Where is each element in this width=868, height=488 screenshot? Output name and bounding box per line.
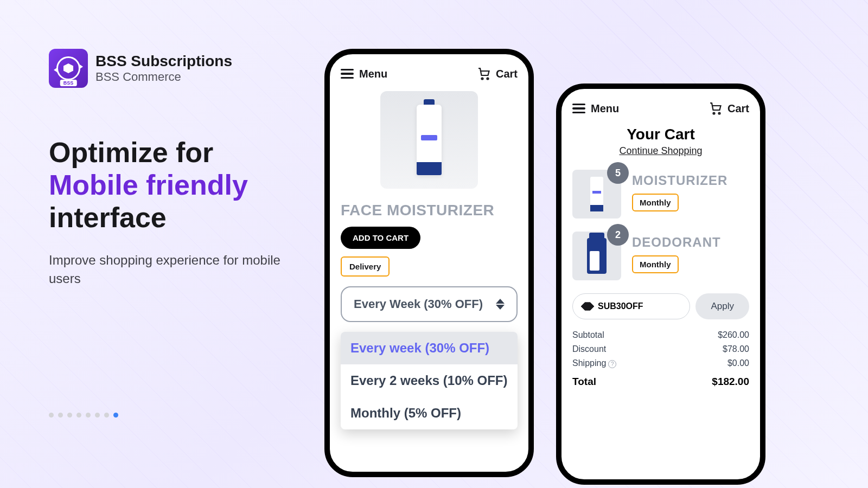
brand-subtitle: BSS Commerce — [95, 70, 232, 84]
carousel-dots[interactable] — [49, 413, 118, 418]
frequency-option[interactable]: Every 2 weeks (10% OFF) — [341, 364, 518, 397]
carousel-dot[interactable] — [49, 413, 54, 418]
cart-item-name: MOISTURIZER — [632, 173, 727, 188]
discount-value: $78.00 — [723, 344, 749, 354]
headline-line1: Optimize for — [49, 137, 213, 168]
product-title: FACE MOISTURIZER — [341, 202, 518, 219]
total-value: $182.00 — [712, 376, 749, 388]
menu-button[interactable]: Menu — [572, 102, 619, 115]
continue-shopping-link[interactable]: Continue Shopping — [572, 145, 749, 157]
total-label: Total — [572, 376, 596, 388]
carousel-dot[interactable] — [67, 413, 72, 418]
frequency-selected: Every Week (30% OFF) — [354, 297, 483, 311]
tag-icon — [580, 299, 594, 313]
stepper-arrows-icon — [496, 299, 505, 310]
subtotal-row: Subtotal $260.00 — [572, 330, 749, 340]
product-image — [380, 91, 478, 189]
subtotal-value: $260.00 — [718, 330, 749, 340]
cart-button[interactable]: Cart — [477, 67, 518, 80]
menu-label: Menu — [359, 68, 387, 80]
carousel-dot-active[interactable] — [113, 413, 118, 418]
coupon-code: SUB30OFF — [598, 301, 643, 311]
svg-point-2 — [713, 113, 714, 114]
total-row: Total $182.00 — [572, 376, 749, 388]
shipping-row: Shipping? $0.00 — [572, 358, 749, 368]
cart-item-thumbnail: 2 — [572, 232, 621, 280]
subtext: Improve shopping experience for mobile u… — [49, 251, 288, 287]
brand-logo-label: BSS — [60, 80, 77, 86]
phone-mockup-cart: Menu Cart Your Cart Continue Shopping 5 … — [556, 84, 765, 485]
headline-accent: Mobile friendly — [49, 169, 248, 201]
headline: Optimize for Mobile friendly interface — [49, 137, 293, 234]
frequency-select[interactable]: Every Week (30% OFF) — [341, 286, 518, 322]
cart-icon — [709, 102, 722, 115]
brand-title: BSS Subscriptions — [95, 53, 232, 70]
menu-label: Menu — [591, 102, 619, 115]
frequency-dropdown: Every week (30% OFF) Every 2 weeks (10% … — [341, 332, 518, 429]
menu-button[interactable]: Menu — [341, 68, 387, 80]
carousel-dot[interactable] — [58, 413, 63, 418]
svg-point-3 — [718, 113, 720, 114]
cart-item: 2 DEODORANT Monthly — [572, 232, 749, 280]
frequency-option[interactable]: Monthly (5% OFF) — [341, 397, 518, 429]
coupon-input[interactable]: SUB30OFF — [572, 293, 690, 319]
discount-label: Discount — [572, 344, 606, 354]
add-to-cart-button[interactable]: ADD TO CART — [341, 227, 420, 249]
phone-mockup-product: Menu Cart FACE MOISTURIZER ADD TO CART D… — [324, 49, 534, 477]
shipping-value: $0.00 — [727, 358, 749, 368]
carousel-dot[interactable] — [86, 413, 91, 418]
carousel-dot[interactable] — [104, 413, 109, 418]
cart-icon — [477, 67, 490, 80]
subtotal-label: Subtotal — [572, 330, 604, 340]
cart-button[interactable]: Cart — [709, 102, 749, 115]
info-icon[interactable]: ? — [608, 360, 616, 368]
carousel-dot[interactable] — [76, 413, 81, 418]
brand-logo-icon: BSS — [49, 49, 88, 88]
quantity-badge: 2 — [607, 224, 629, 246]
frequency-badge: Monthly — [632, 255, 679, 273]
brand-row: BSS BSS Subscriptions BSS Commerce — [49, 49, 293, 88]
apply-coupon-button[interactable]: Apply — [695, 293, 749, 319]
cart-label: Cart — [727, 102, 749, 115]
left-content: BSS BSS Subscriptions BSS Commerce Optim… — [0, 0, 293, 288]
frequency-option[interactable]: Every week (30% OFF) — [341, 332, 518, 364]
cart-title: Your Cart — [572, 126, 749, 143]
svg-point-0 — [481, 78, 483, 80]
cart-label: Cart — [496, 68, 518, 80]
delivery-badge: Delivery — [341, 256, 390, 277]
shipping-label: Shipping? — [572, 358, 616, 368]
cart-item-thumbnail: 5 — [572, 170, 621, 219]
frequency-badge: Monthly — [632, 194, 679, 211]
cart-item-name: DEODORANT — [632, 235, 721, 250]
cart-item: 5 MOISTURIZER Monthly — [572, 170, 749, 219]
hamburger-icon — [341, 69, 354, 79]
carousel-dot[interactable] — [95, 413, 100, 418]
svg-point-1 — [487, 78, 488, 80]
discount-row: Discount $78.00 — [572, 344, 749, 354]
totals-section: Subtotal $260.00 Discount $78.00 Shippin… — [572, 330, 749, 388]
quantity-badge: 5 — [607, 162, 629, 184]
headline-line3: interface — [49, 202, 167, 233]
hamburger-icon — [572, 104, 585, 114]
